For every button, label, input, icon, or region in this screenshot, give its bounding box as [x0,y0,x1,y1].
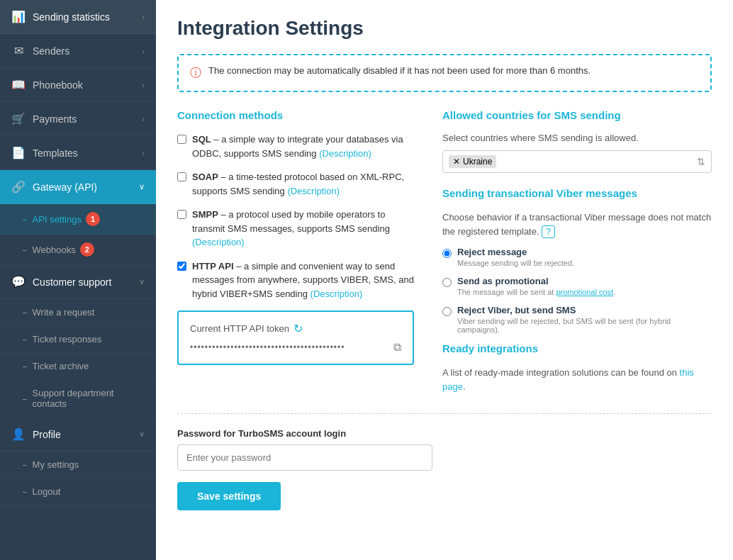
radio-option-reject: Reject message Message sending will be r… [442,247,712,267]
chevron-down-icon: ∨ [139,182,145,191]
chevron-down-icon: ∨ [139,430,145,439]
copy-icon[interactable]: ⧉ [393,341,401,354]
sidebar-item-customer-support[interactable]: 💬 Customer support ∨ [0,265,156,299]
sidebar-item-payments[interactable]: 🛒 Payments › [0,102,156,136]
connection-item-smpp: SMPP – a protocol used by mobile operato… [177,208,414,250]
sidebar-item-templates[interactable]: 📄 Templates › [0,136,156,170]
sql-label: SQL – a simple way to integrate your dat… [192,133,414,160]
connection-item-soap: SOAP – a time-tested protocol based on X… [177,170,414,198]
profile-icon: 👤 [11,427,26,441]
token-text: ••••••••••••••••••••••••••••••••••••••••… [190,342,388,352]
chart-icon: 📊 [11,10,26,23]
bullet-icon: – [23,362,27,370]
notice-text: The connection may be automatically disa… [208,65,591,76]
ready-integrations-desc: A list of ready-made integration solutio… [442,366,712,393]
bullet-icon: – [23,246,27,254]
connection-item-sql: SQL – a simple way to integrate your dat… [177,133,414,160]
sidebar-item-sending-statistics[interactable]: 📊 Sending statistics › [0,0,156,34]
bullet-icon: – [23,488,27,495]
sidebar-sub-item-webhooks[interactable]: – Webhooks 2 [0,235,156,265]
password-input[interactable] [177,444,432,471]
http-api-description-link[interactable]: (Description) [310,289,363,299]
notice-box: ⓘ The connection may be automatically di… [177,54,712,92]
badge-1: 1 [86,212,100,226]
save-settings-button[interactable]: Save settings [177,482,281,510]
connection-methods-title: Connection methods [177,109,414,121]
templates-icon: 📄 [11,146,26,159]
connection-item-http-api: HTTP API – a simple and convenient way t… [177,259,414,301]
gateway-icon: 🔗 [11,180,26,194]
support-icon: 💬 [11,275,26,289]
sidebar-sub-item-ticket-responses[interactable]: – Ticket responses [0,326,156,353]
country-tag-ukraine: ✕ Ukraine [449,155,496,168]
sidebar-sub-item-support-contacts[interactable]: – Support department contacts [0,380,156,418]
radio-send-promo[interactable] [442,278,452,287]
smpp-label: SMPP – a protocol used by mobile operato… [192,208,414,250]
select-arrows-icon[interactable]: ⇅ [697,156,705,167]
sidebar-item-gateway-api[interactable]: 🔗 Gateway (API) ∨ [0,170,156,204]
radio-reject-viber[interactable] [442,307,452,316]
viber-section: Sending transactional Viber messages Cho… [442,187,712,334]
sidebar-item-phonebook[interactable]: 📖 Phonebook › [0,68,156,102]
ready-integrations-title: Ready integrations [442,342,712,354]
chevron-icon: › [142,149,145,157]
tag-x[interactable]: ✕ [453,157,460,167]
sidebar-sub-item-my-settings[interactable]: – My settings [0,452,156,478]
smpp-checkbox[interactable] [177,210,186,219]
sidebar-sub-item-api-settings[interactable]: – API settings 1 [0,204,156,235]
viber-help-link[interactable]: ? [542,225,555,238]
page-title: Integration Settings [177,17,712,40]
http-api-token-box: Current HTTP API token ↻ •••••••••••••••… [177,310,414,365]
two-col-layout: Connection methods SQL – a simple way to… [177,109,712,393]
soap-label: SOAP – a time-tested protocol based on X… [192,170,414,198]
senders-icon: ✉ [11,44,26,57]
country-desc: Select countries where SMS sending is al… [442,133,712,143]
smpp-description-link[interactable]: (Description) [192,237,245,247]
chevron-icon: › [142,47,145,55]
radio-option-reject-viber: Reject Viber, but send SMS Viber sending… [442,305,712,334]
bullet-icon: – [23,461,27,469]
password-label: Password for TurboSMS account login [177,428,712,439]
payments-icon: 🛒 [11,112,26,125]
chevron-icon: › [142,81,145,89]
soap-checkbox[interactable] [177,172,186,181]
token-label: Current HTTP API token ↻ [190,322,401,335]
http-api-label: HTTP API – a simple and convenient way t… [192,259,414,301]
bullet-icon: – [23,335,27,343]
bullet-icon: – [23,308,27,316]
http-api-checkbox[interactable] [177,262,186,271]
right-column: Allowed countries for SMS sending Select… [442,109,712,393]
radio-option-send-promo: Send as promotional The message will be … [442,276,712,296]
chevron-down-icon: ∨ [139,277,145,286]
sidebar: 📊 Sending statistics › ✉ Senders › 📖 Pho… [0,0,156,560]
main-content: Integration Settings ⓘ The connection ma… [156,0,733,560]
section-divider [177,413,712,414]
chevron-icon: › [142,13,145,21]
sql-description-link[interactable]: (Description) [319,148,371,159]
connection-methods-section: Connection methods SQL – a simple way to… [177,109,414,393]
bullet-icon: – [23,215,27,223]
viber-title: Sending transactional Viber messages [442,187,712,199]
refresh-icon[interactable]: ↻ [293,322,303,335]
viber-desc: Choose behavior if a transactional Viber… [442,211,712,238]
promo-cost-link[interactable]: promotional cost [556,288,613,296]
bullet-icon: – [23,395,27,403]
sidebar-sub-item-logout[interactable]: – Logout [0,478,156,505]
warning-icon: ⓘ [190,66,201,81]
allowed-countries-title: Allowed countries for SMS sending [442,109,712,121]
sidebar-sub-item-write-request[interactable]: – Write a request [0,299,156,326]
sidebar-item-profile[interactable]: 👤 Profile ∨ [0,418,156,452]
country-tags: ✕ Ukraine [449,155,496,168]
chevron-icon: › [142,115,145,123]
phonebook-icon: 📖 [11,78,26,91]
password-section: Password for TurboSMS account login Save… [177,428,712,510]
token-value-row: ••••••••••••••••••••••••••••••••••••••••… [190,341,401,354]
ready-integrations-section: Ready integrations A list of ready-made … [442,342,712,393]
badge-2: 2 [80,242,94,257]
country-select[interactable]: ✕ Ukraine ⇅ [442,150,712,173]
sidebar-sub-item-ticket-archive[interactable]: – Ticket archive [0,353,156,380]
sidebar-item-senders[interactable]: ✉ Senders › [0,34,156,68]
sql-checkbox[interactable] [177,135,186,144]
radio-reject[interactable] [442,249,452,258]
soap-description-link[interactable]: (Description) [287,186,340,196]
